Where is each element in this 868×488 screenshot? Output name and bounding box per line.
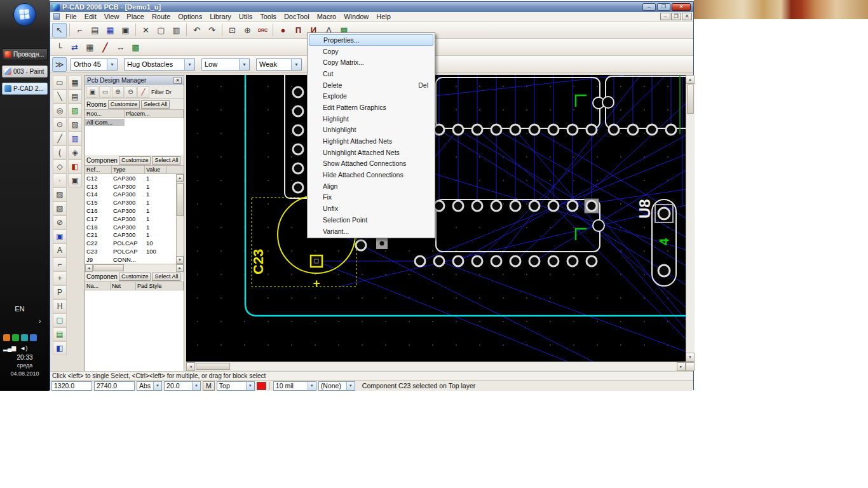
route-mode-icon[interactable]: ≫: [52, 57, 67, 72]
line-width-combo[interactable]: 10 mil ▼: [273, 381, 316, 391]
mdi-minimize-button[interactable]: –: [660, 13, 670, 20]
titlebar[interactable]: P-CAD 2006 PCB - [Demo1_u] – ❐ ✕: [50, 2, 693, 12]
panel-titlebar[interactable]: Pcb Design Manager ✕: [85, 76, 184, 85]
close-button[interactable]: ✕: [672, 3, 691, 11]
tray-icon-4[interactable]: [30, 334, 37, 341]
table-row[interactable]: C13CAP3001: [85, 182, 184, 191]
table-row[interactable]: C22POLCAP10: [85, 239, 184, 247]
nets-grid[interactable]: [85, 290, 184, 372]
menu-library[interactable]: Library: [206, 12, 235, 21]
place-polyline-icon[interactable]: ╱: [53, 132, 67, 146]
place-glue-icon[interactable]: +: [53, 271, 67, 285]
library-view-icon[interactable]: ▥: [68, 132, 82, 146]
nets-view-icon[interactable]: ◈: [68, 146, 82, 159]
smoothness-combo[interactable]: Low ▼: [201, 58, 250, 71]
components-col-ref[interactable]: Ref...: [85, 166, 112, 173]
table-row[interactable]: All Com...: [85, 118, 184, 126]
coordinate-mode-combo[interactable]: Abs ▼: [137, 381, 162, 391]
mdi-close-button[interactable]: ✕: [682, 13, 692, 20]
ref-point-icon[interactable]: P: [53, 285, 67, 299]
chevron-down-icon[interactable]: ▼: [346, 382, 355, 390]
chevron-down-icon[interactable]: ▼: [239, 59, 249, 70]
components-vertical-scrollbar[interactable]: ▲ ▼: [176, 174, 184, 264]
start-button[interactable]: [13, 3, 36, 26]
dm-zoom-in-icon[interactable]: ⊕: [112, 86, 124, 98]
chevron-down-icon[interactable]: ▼: [153, 382, 161, 390]
chevron-down-icon[interactable]: ▼: [291, 59, 301, 70]
redo-icon[interactable]: ↷: [205, 23, 219, 37]
table-row[interactable]: C14CAP3001: [85, 191, 184, 199]
rooms-col-room[interactable]: Roo...: [85, 110, 125, 118]
menu-item-highlight[interactable]: Highlight: [309, 113, 433, 125]
menu-item-explode[interactable]: Explode: [309, 90, 433, 102]
panel-close-icon[interactable]: ✕: [173, 77, 182, 84]
scroll-left-icon[interactable]: ◄: [85, 264, 93, 272]
save-file-icon[interactable]: ▦: [103, 23, 118, 37]
menu-item-unhighlight[interactable]: Unhighlight: [309, 125, 433, 136]
speaker-icon[interactable]: ◄): [20, 345, 27, 351]
zoom-in-icon[interactable]: ⊕: [240, 23, 255, 37]
nets-customize-button[interactable]: Customize: [119, 273, 151, 281]
menu-item-unfix[interactable]: Unfix: [309, 203, 433, 214]
menu-utils[interactable]: Utils: [235, 12, 256, 21]
menu-file[interactable]: File: [62, 12, 81, 21]
menu-view[interactable]: View: [100, 12, 123, 21]
table-row[interactable]: C12CAP3001: [85, 174, 184, 182]
scroll-up-icon[interactable]: ▲: [686, 75, 695, 84]
chevron-down-icon[interactable]: ▼: [308, 382, 316, 390]
swap-route-icon[interactable]: ⇄: [67, 40, 82, 55]
place-point-icon[interactable]: ·: [53, 173, 67, 187]
language-indicator[interactable]: EN: [0, 305, 39, 313]
dm-zoom-out-icon[interactable]: ⊖: [125, 86, 137, 98]
matrix-place-icon[interactable]: ▦: [83, 40, 97, 55]
y-coordinate-field[interactable]: 2740.0: [94, 381, 135, 391]
taskbar-button-explorer[interactable]: Проводн...: [2, 48, 48, 60]
menu-item-copy[interactable]: Copy: [309, 46, 433, 57]
place-line-icon[interactable]: ╲: [53, 90, 67, 104]
scrollbar-thumb[interactable]: [93, 264, 124, 271]
nets-select-all-button[interactable]: Select All: [152, 273, 180, 281]
cut-icon[interactable]: ✕: [139, 23, 153, 37]
scroll-left-icon[interactable]: ◄: [186, 362, 195, 371]
place-detail-icon[interactable]: ◧: [53, 341, 67, 355]
menu-place[interactable]: Place: [123, 12, 148, 21]
scroll-down-icon[interactable]: ▼: [686, 353, 695, 362]
menu-tools[interactable]: Tools: [256, 12, 280, 21]
grid-combo[interactable]: 20.0 ▼: [164, 381, 201, 391]
nets-col-name[interactable]: Na...: [85, 282, 111, 290]
place-connection-icon[interactable]: ⌐: [53, 257, 67, 271]
maximize-button[interactable]: ❐: [657, 3, 670, 11]
table-row[interactable]: C17CAP3001: [85, 215, 184, 223]
dm-frame-icon[interactable]: ▭: [99, 86, 111, 98]
menu-macro[interactable]: Macro: [313, 12, 341, 21]
components-customize-button[interactable]: Customize: [119, 156, 151, 165]
nets-col-padstyle[interactable]: Pad Style: [136, 282, 184, 290]
components-grid[interactable]: C12CAP3001 C13CAP3001 C14CAP3001 C15CAP3…: [85, 174, 184, 264]
menu-item-show-attached-connections[interactable]: Show Attached Connections: [309, 158, 433, 170]
canvas-horizontal-scrollbar[interactable]: ◄ ►: [186, 362, 695, 370]
copper-pour-icon[interactable]: ▨: [53, 187, 67, 201]
table-row[interactable]: C15CAP3001: [85, 198, 184, 207]
matrix-view-icon[interactable]: ▨: [68, 118, 82, 132]
menu-item-variant[interactable]: Variant...: [309, 226, 433, 237]
scroll-right-icon[interactable]: ►: [677, 362, 686, 371]
pattern-view-icon[interactable]: ▧: [68, 104, 82, 118]
place-polygon-icon[interactable]: ◇: [53, 159, 67, 173]
menu-item-align[interactable]: Align: [309, 180, 433, 192]
place-sheet-icon[interactable]: ▤: [53, 327, 67, 341]
corner-line-icon[interactable]: └: [52, 40, 67, 55]
place-pad-icon[interactable]: ⊙: [53, 118, 67, 132]
ortho-mode-combo[interactable]: Ortho 45 ▼: [71, 58, 118, 71]
components-select-all-button[interactable]: Select All: [152, 156, 180, 165]
menu-item-hide-attached-connections[interactable]: Hide Attached Connections: [309, 169, 433, 180]
record-icon[interactable]: ●: [276, 23, 290, 37]
menu-help[interactable]: Help: [372, 12, 395, 21]
menu-item-unhighlight-attached-nets[interactable]: Unhighlight Attached Nets: [309, 147, 433, 158]
paste-icon[interactable]: ▥: [169, 23, 184, 37]
copy-icon[interactable]: ▢: [154, 23, 168, 37]
scroll-up-icon[interactable]: ▲: [176, 174, 184, 182]
menu-item-fix[interactable]: Fix: [309, 192, 433, 203]
canvas-vertical-scrollbar[interactable]: ▲ ▼: [686, 75, 695, 362]
menu-item-selection-point[interactable]: Selection Point: [309, 214, 433, 226]
rooms-select-all-button[interactable]: Select All: [141, 100, 170, 109]
